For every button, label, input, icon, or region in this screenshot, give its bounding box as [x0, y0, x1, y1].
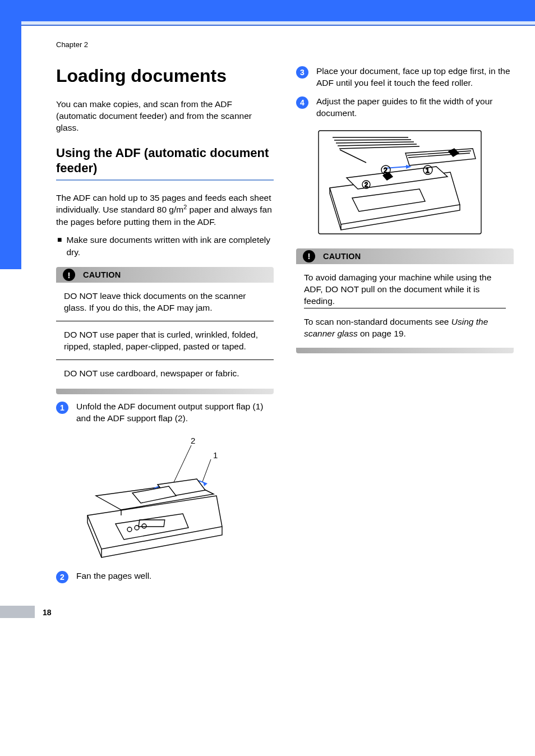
caution-item: DO NOT use cardboard, newspaper or fabri… — [56, 368, 274, 381]
right-column: 3 Place your document, face up top edge … — [296, 66, 514, 590]
page-number: 18 — [43, 608, 52, 617]
left-column: Loading documents You can make copies, a… — [56, 66, 274, 590]
page-content: Chapter 2 Loading documents You can make… — [21, 26, 535, 640]
step-4-text: Adjust the paper guides to fit the width… — [316, 96, 514, 119]
caution-header: ! CAUTION — [296, 248, 514, 264]
step-badge-1: 1 — [56, 402, 68, 414]
caution-tail — [56, 389, 274, 394]
bullet-text: Make sure documents written with ink are… — [66, 234, 274, 258]
caution-exclaim-icon: ! — [303, 250, 315, 262]
figure-paper-guides: 1 2 2 — [307, 126, 514, 238]
cross-ref-suffix: on page 19. — [358, 329, 406, 338]
cross-reference: To scan non-standard documents see Using… — [304, 316, 506, 340]
bullet-item: ■ Make sure documents written with ink a… — [57, 234, 274, 258]
step-2: 2 Fan the pages well. — [56, 570, 274, 583]
cross-ref-prefix: To scan non-standard documents see — [304, 317, 451, 326]
svg-rect-3 — [139, 520, 165, 527]
svg-marker-4 — [203, 482, 207, 486]
top-blue-bar — [0, 0, 535, 21]
header-band — [21, 21, 535, 26]
step-badge-4: 4 — [296, 96, 308, 109]
caution-label: CAUTION — [83, 270, 121, 279]
main-heading: Loading documents — [56, 66, 274, 86]
step-2-text: Fan the pages well. — [76, 570, 151, 583]
chapter-label: Chapter 2 — [56, 40, 514, 49]
caution-label: CAUTION — [323, 252, 361, 261]
svg-point-0 — [127, 527, 132, 532]
caution-header: ! CAUTION — [56, 267, 274, 283]
page-number-tab — [0, 606, 35, 618]
left-blue-stripe — [0, 0, 21, 269]
svg-point-2 — [142, 524, 146, 528]
adf-description: The ADF can hold up to 35 pages and feed… — [56, 192, 274, 228]
fig1-callout-1: 1 — [213, 450, 218, 460]
step-3-text: Place your document, face up top edge fi… — [316, 66, 514, 89]
svg-text:2: 2 — [384, 167, 388, 174]
bullet-square-icon: ■ — [57, 234, 62, 258]
svg-text:2: 2 — [365, 181, 368, 188]
step-badge-3: 3 — [296, 66, 308, 79]
caution-exclaim-icon: ! — [63, 269, 75, 281]
intro-text: You can make copies, and scan from the A… — [56, 99, 274, 134]
caution-item: DO NOT leave thick documents on the scan… — [56, 291, 274, 321]
step-3: 3 Place your document, face up top edge … — [296, 66, 514, 89]
step-badge-2: 2 — [56, 571, 68, 583]
step-1: 1 Unfold the ADF document output support… — [56, 401, 274, 425]
caution-tail — [296, 348, 514, 353]
sub-heading: Using the ADF (automatic document feeder… — [56, 145, 274, 181]
step-4: 4 Adjust the paper guides to fit the wid… — [296, 96, 514, 119]
caution-item: DO NOT use paper that is curled, wrinkle… — [56, 329, 274, 360]
svg-text:1: 1 — [426, 167, 430, 174]
step-1-text: Unfold the ADF document output support f… — [76, 401, 274, 425]
fig1-callout-2: 2 — [191, 436, 195, 445]
caution-block-left: ! CAUTION DO NOT leave thick documents o… — [56, 267, 274, 394]
caution-block-right: ! CAUTION To avoid damaging your machine… — [296, 248, 514, 354]
figure-adf-flaps: 1 2 — [76, 431, 274, 560]
caution-item: To avoid damaging your machine while usi… — [296, 272, 514, 308]
